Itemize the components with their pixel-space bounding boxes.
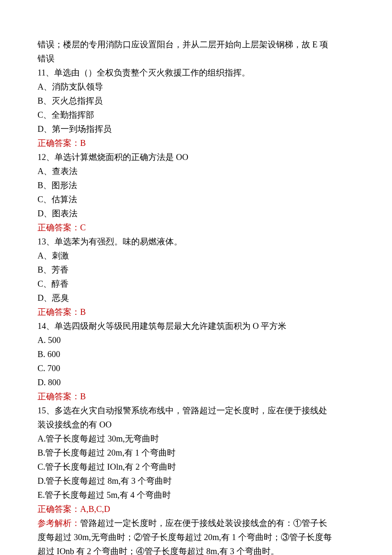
q14-opt-c: C. 700 [37, 361, 354, 375]
q12-opt-d: D、图表法 [37, 206, 354, 221]
q12-stem: 12、单选计算燃烧面积的正确方法是 OO [37, 150, 354, 164]
q11-answer: 正确答案：B [37, 136, 354, 150]
q15-opt-d: D.管子长度每超过 8m,有 3 个弯曲时 [37, 474, 354, 488]
q13-opt-c: C、醇香 [37, 277, 354, 291]
q14-opt-b: B. 600 [37, 347, 354, 361]
q15-opt-a: A.管子长度每超过 30m,无弯曲时 [37, 432, 354, 446]
q13-stem: 13、单选苯为有强烈。味的易燃液体。 [37, 235, 354, 249]
q12-opt-a: A、查表法 [37, 164, 354, 178]
q11-stem: 11、单选由（）全权负责整个灭火救援工作的组织指挥。 [37, 66, 354, 80]
q13-opt-d: D、恶臭 [37, 291, 354, 305]
q15-analysis-body1: 管路超过一定长度时，应在便于接线处装设接线盒的有：①管子长 [80, 518, 327, 528]
q12-opt-b: B、图形法 [37, 178, 354, 192]
q14-answer: 正确答案：B [37, 389, 354, 404]
q11-opt-c: C、全勤指挥部 [37, 108, 354, 122]
preface-line-2: 错误 [37, 52, 354, 66]
q15-opt-c: C.管子长度每超过 IOln,有 2 个弯曲时 [37, 460, 354, 474]
q15-opt-b: B.管子长度每超过 20m,有 1 个弯曲时 [37, 446, 354, 460]
q15-analysis-label: 参考解析： [37, 518, 80, 528]
q13-opt-b: B、芳香 [37, 263, 354, 277]
q15-analysis-line2: 度每超过 30m,无弯曲时；②管子长度每超过 20m,有 1 个弯曲时；③管子长… [37, 530, 354, 544]
q15-opt-e: E.管子长度每超过 5m,有 4 个弯曲时 [37, 488, 354, 502]
q15-answer: 正确答案：A,B,C,D [37, 502, 354, 516]
preface-line-1: 错误；楼层的专用消防口应设置阳台，并从二层开始向上层架设钢梯，故 E 项 [37, 38, 354, 52]
q15-stem-line1: 15、多选在火灾自动报警系统布线中，管路超过一定长度时，应在便于接线处 [37, 404, 354, 418]
document-page: 错误；楼层的专用消防口应设置阳台，并从二层开始向上层架设钢梯，故 E 项 错误 … [0, 0, 392, 555]
q11-opt-a: A、消防支队领导 [37, 80, 354, 94]
q14-stem: 14、单选四级耐火等级民用建筑每层最大允许建筑面积为 O 平方米 [37, 319, 354, 333]
q15-stem-line2: 装设接线盒的有 OO [37, 418, 354, 432]
q15-analysis-line3: 超过 IOnb 有 2 个弯曲时；④管子长度每超过 8m,有 3 个弯曲时。 [37, 544, 354, 555]
q15-analysis-line1: 参考解析：管路超过一定长度时，应在便于接线处装设接线盒的有：①管子长 [37, 516, 354, 530]
q13-answer: 正确答案：B [37, 305, 354, 319]
q11-opt-d: D、第一到场指挥员 [37, 122, 354, 136]
q12-answer: 正确答案：C [37, 221, 354, 235]
q13-opt-a: A、刺激 [37, 249, 354, 263]
q14-opt-d: D. 800 [37, 375, 354, 389]
q11-opt-b: B、灭火总指挥员 [37, 94, 354, 108]
q14-opt-a: A. 500 [37, 333, 354, 347]
q12-opt-c: C、估算法 [37, 192, 354, 206]
